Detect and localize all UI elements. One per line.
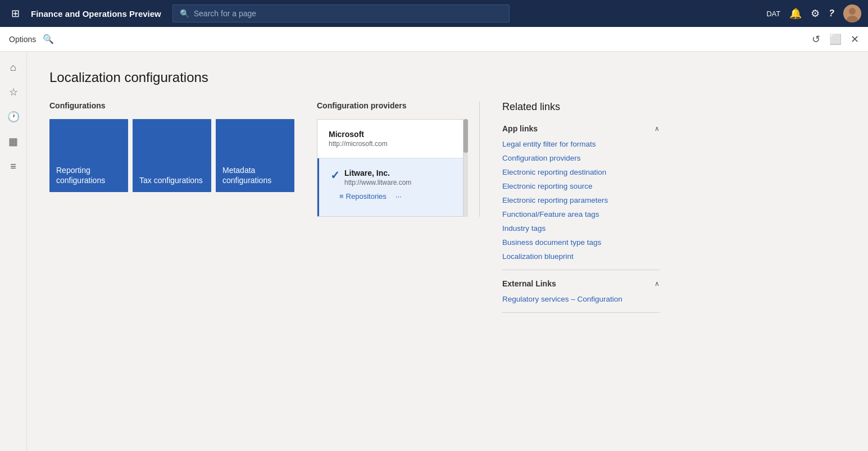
config-tiles: Reporting configurations Tax configurati… [49,119,294,192]
link-functional-feature-area-tags[interactable]: Functional/Feature area tags [502,210,660,218]
svg-point-1 [849,8,856,15]
link-configuration-providers[interactable]: Configuration providers [502,154,660,162]
provider-litware-name: Litware, Inc. [344,168,411,177]
topbar-right: DAT 🔔 ⚙ ? [766,4,861,22]
refresh-icon[interactable]: ↺ [812,33,820,45]
divider-1 [502,270,660,270]
link-industry-tags[interactable]: Industry tags [502,224,660,233]
sidebar-workspaces-icon[interactable]: ▦ [2,130,25,153]
options-search-icon[interactable]: 🔍 [43,34,54,44]
provider-microsoft-url: http://microsoft.com [329,140,452,148]
sections-row: Configurations Reporting configurations … [49,101,846,322]
waffle-icon[interactable]: ⊞ [7,5,24,22]
link-localization-blueprint[interactable]: Localization blueprint [502,252,660,261]
tile-metadata-configurations[interactable]: Metadata configurations [216,119,294,192]
tile-reporting-configurations[interactable]: Reporting configurations [49,119,128,192]
avatar[interactable] [843,4,861,22]
help-icon[interactable]: ? [829,8,834,19]
sidebar-favorites-icon[interactable]: ☆ [2,81,25,103]
page-title: Localization configurations [49,70,846,85]
provider-litware-check-icon: ✓ [330,168,340,182]
provider-litware-actions: ≡ Repositories ··· [330,186,452,206]
providers-list: Microsoft http://microsoft.com ✓ Litware… [317,119,463,217]
external-links-toggle[interactable]: ∧ [655,280,660,288]
repositories-icon: ≡ [339,192,344,201]
link-business-document-type-tags[interactable]: Business document type tags [502,238,660,247]
search-icon: 🔍 [180,9,189,18]
divider-2 [502,312,660,313]
external-links-heading: External Links [502,279,556,288]
link-legal-entity-filter[interactable]: Legal entity filter for formats [502,140,660,148]
notification-icon[interactable]: 🔔 [789,7,802,20]
app-links-heading: App links [502,124,538,133]
related-links-title: Related links [502,101,660,113]
app-title: Finance and Operations Preview [31,9,161,19]
configurations-section: Configurations Reporting configurations … [49,101,294,192]
topbar: ⊞ Finance and Operations Preview 🔍 DAT 🔔… [0,0,868,27]
main-layout: ⌂ ☆ 🕐 ▦ ≡ Localization configurations Co… [0,52,868,451]
sidebar: ⌂ ☆ 🕐 ▦ ≡ [0,52,27,451]
popout-icon[interactable]: ⬜ [829,33,842,45]
link-electronic-reporting-parameters[interactable]: Electronic reporting parameters [502,196,660,204]
external-links-header: External Links ∧ [502,279,660,288]
dat-label: DAT [766,10,780,18]
content-area: Localization configurations Configuratio… [27,52,868,451]
related-links-section: Related links App links ∧ Legal entity f… [502,101,660,322]
configurations-heading: Configurations [49,101,294,110]
search-box: 🔍 [172,4,510,22]
provider-litware[interactable]: ✓ Litware, Inc. http://www.litware.com ≡… [317,158,463,216]
sidebar-modules-icon[interactable]: ≡ [2,155,25,177]
scrollbar-thumb[interactable] [463,119,468,153]
link-regulatory-services[interactable]: Regulatory services – Configuration [502,295,660,303]
app-links-header: App links ∧ [502,124,660,133]
provider-microsoft[interactable]: Microsoft http://microsoft.com [317,120,463,158]
sidebar-recent-icon[interactable]: 🕐 [2,106,25,128]
options-bar-actions: ↺ ⬜ ✕ [812,33,859,45]
app-links-toggle[interactable]: ∧ [655,125,660,133]
providers-heading: Configuration providers [317,101,468,110]
settings-icon[interactable]: ⚙ [811,7,820,20]
provider-microsoft-name: Microsoft [329,130,452,139]
repositories-link[interactable]: ≡ Repositories [339,192,387,201]
more-options-link[interactable]: ··· [396,192,402,201]
sidebar-home-icon[interactable]: ⌂ [2,56,25,79]
link-electronic-reporting-source[interactable]: Electronic reporting source [502,182,660,190]
search-input[interactable] [194,9,502,18]
provider-litware-url: http://www.litware.com [344,179,411,186]
scrollbar-track[interactable] [463,119,468,217]
link-electronic-reporting-destination[interactable]: Electronic reporting destination [502,168,660,176]
providers-section: Configuration providers Microsoft http:/… [317,101,480,217]
tile-tax-configurations[interactable]: Tax configurations [133,119,211,192]
close-icon[interactable]: ✕ [851,33,859,45]
options-bar: Options 🔍 ↺ ⬜ ✕ [0,27,868,52]
options-label: Options [9,35,36,44]
